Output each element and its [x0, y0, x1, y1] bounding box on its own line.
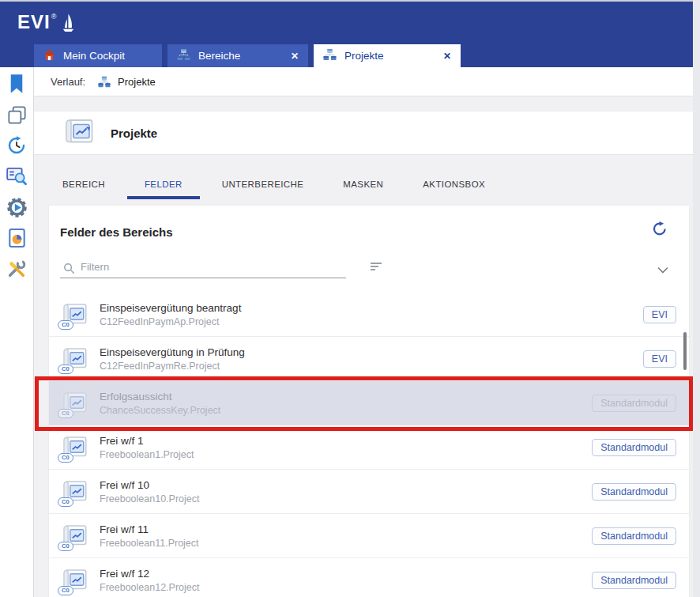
- section-tab-bar: BEREICH FELDER UNTERBEREICHE MASKEN AKTI…: [34, 168, 502, 199]
- row-text: Einspeisevergütung in Prüfung C12FeedInP…: [100, 346, 245, 372]
- module-badge: EVI: [643, 306, 676, 323]
- row-text: Erfolgsaussicht ChanceSuccessKey.Project: [100, 391, 220, 416]
- c0-badge: C0: [58, 365, 73, 374]
- tab-mein-cockpit[interactable]: Mein Cockpit: [34, 44, 162, 67]
- field-subtitle: ChanceSuccessKey.Project: [100, 405, 220, 416]
- field-list: C0 Einspeisevergütung beantragt C12FeedI…: [49, 293, 689, 597]
- module-badge: Standardmodul: [592, 395, 676, 412]
- list-item[interactable]: C0 Frei w/f 10 Freeboolean10.Project Sta…: [49, 470, 689, 514]
- report-pie-icon[interactable]: [0, 228, 34, 248]
- sailboat-icon: [58, 11, 75, 38]
- row-text: Frei w/f 10 Freeboolean10.Project: [100, 479, 199, 504]
- registered-mark: ®: [51, 13, 58, 21]
- gear-play-icon[interactable]: [0, 197, 34, 217]
- module-badge: Standardmodul: [592, 483, 676, 501]
- row-text: Frei w/f 12 Freeboolean12.Project: [100, 568, 199, 593]
- field-subtitle: C12FeedInPaymAp.Project: [100, 316, 241, 327]
- stacked-windows-icon[interactable]: [0, 104, 34, 125]
- window-tab-bar: Mein Cockpit Bereiche ✕: [34, 44, 461, 67]
- scroll-chart-icon: C0: [60, 435, 88, 460]
- scroll-chart-icon: C0: [60, 479, 88, 504]
- tab-felder[interactable]: FELDER: [127, 168, 200, 199]
- tab-label: Projekte: [344, 50, 384, 62]
- c0-badge: C0: [58, 497, 73, 507]
- org-chart-icon: [323, 48, 337, 63]
- c0-badge: C0: [58, 409, 73, 418]
- field-subtitle: Freeboolean10.Project: [100, 493, 199, 504]
- field-title: Frei w/f 10: [100, 479, 199, 491]
- close-icon[interactable]: ✕: [432, 51, 451, 62]
- app-header: EVI® Mein Cockpit: [0, 0, 693, 67]
- scrollbar-thumb[interactable]: [683, 332, 687, 370]
- chevron-down-icon[interactable]: [657, 263, 668, 277]
- breadcrumb: Verlauf: Projekte: [34, 67, 693, 96]
- field-title: Frei w/f 1: [100, 435, 194, 447]
- field-subtitle: Freeboolean11.Project: [100, 538, 199, 549]
- org-chart-icon: [177, 48, 190, 63]
- history-icon[interactable]: [0, 135, 34, 156]
- window-edge-strip: [693, 0, 700, 597]
- row-text: Frei w/f 1 Freeboolean1.Project: [100, 435, 194, 460]
- c0-badge: C0: [58, 542, 73, 551]
- c0-badge: C0: [58, 586, 73, 595]
- field-title: Einspeisevergütung in Prüfung: [100, 346, 245, 358]
- bookmark-icon[interactable]: [0, 74, 34, 94]
- scroll-chart-icon: [62, 118, 93, 148]
- tab-unterbereiche[interactable]: UNTERBEREICHE: [205, 168, 322, 199]
- list-item[interactable]: C0 Frei w/f 1 Freeboolean1.Project Stand…: [49, 425, 689, 470]
- filter-input[interactable]: [60, 258, 346, 278]
- c0-badge: C0: [58, 453, 73, 463]
- app-window: EVI® Mein Cockpit: [0, 0, 700, 597]
- list-item[interactable]: C0 Frei w/f 12 Freeboolean12.Project Sta…: [49, 558, 689, 597]
- sort-icon[interactable]: [370, 261, 384, 275]
- module-badge: Standardmodul: [592, 572, 676, 589]
- close-icon[interactable]: ✕: [280, 51, 299, 62]
- field-title: Einspeisevergütung beantragt: [100, 302, 241, 314]
- tab-label: Mein Cockpit: [63, 50, 125, 62]
- felder-panel: Felder des Bereichs: [49, 206, 689, 597]
- field-title: Frei w/f 12: [100, 568, 199, 580]
- scroll-chart-icon: C0: [60, 523, 88, 549]
- tab-projekte[interactable]: Projekte ✕: [314, 44, 461, 67]
- app-logo: EVI®: [17, 11, 75, 38]
- home-icon: [43, 49, 55, 63]
- page-header: Projekte: [34, 111, 693, 155]
- logo-text: EVI: [17, 11, 51, 33]
- field-title: Erfolgsaussicht: [100, 391, 220, 402]
- tab-label: Bereiche: [198, 50, 240, 62]
- search-icon: [63, 263, 75, 274]
- filter-row: [60, 258, 668, 283]
- scroll-chart-icon: C0: [60, 568, 88, 593]
- scroll-chart-icon: C0: [60, 346, 88, 372]
- scroll-chart-icon: C0: [60, 391, 88, 416]
- list-item[interactable]: C0 Frei w/f 11 Freeboolean11.Project Sta…: [49, 514, 689, 558]
- tab-bereiche[interactable]: Bereiche ✕: [167, 44, 308, 67]
- refresh-icon[interactable]: [653, 221, 667, 239]
- content-area: Verlauf: Projekte: [34, 67, 693, 597]
- list-item[interactable]: C0 Einspeisevergütung in Prüfung C12Feed…: [49, 337, 689, 381]
- sidebar: [0, 67, 34, 597]
- tab-masken[interactable]: MASKEN: [326, 168, 401, 199]
- list-item-selected[interactable]: C0 Erfolgsaussicht ChanceSuccessKey.Proj…: [49, 381, 689, 425]
- field-subtitle: Freeboolean12.Project: [100, 582, 199, 593]
- row-text: Frei w/f 11 Freeboolean11.Project: [100, 523, 199, 549]
- module-badge: Standardmodul: [592, 527, 676, 545]
- field-subtitle: C12FeedInPaymRe.Project: [100, 361, 245, 372]
- field-title: Frei w/f 11: [100, 523, 199, 535]
- tab-aktionsbox[interactable]: AKTIONSBOX: [405, 168, 502, 199]
- field-subtitle: Freeboolean1.Project: [100, 449, 194, 460]
- org-chart-icon: [98, 76, 111, 88]
- tab-bereich[interactable]: BEREICH: [45, 168, 122, 199]
- breadcrumb-label: Verlauf:: [51, 76, 85, 88]
- c0-badge: C0: [58, 320, 73, 330]
- tools-icon[interactable]: [0, 259, 34, 279]
- module-badge: EVI: [643, 350, 676, 368]
- panel-title: Felder des Bereichs: [60, 225, 173, 239]
- filter-field: [60, 258, 346, 278]
- row-text: Einspeisevergütung beantragt C12FeedInPa…: [100, 302, 241, 327]
- module-badge: Standardmodul: [592, 439, 676, 456]
- breadcrumb-item[interactable]: Projekte: [118, 76, 156, 88]
- list-item[interactable]: C0 Einspeisevergütung beantragt C12FeedI…: [49, 293, 689, 337]
- screen-search-icon[interactable]: [0, 166, 34, 187]
- page-title: Projekte: [111, 127, 157, 140]
